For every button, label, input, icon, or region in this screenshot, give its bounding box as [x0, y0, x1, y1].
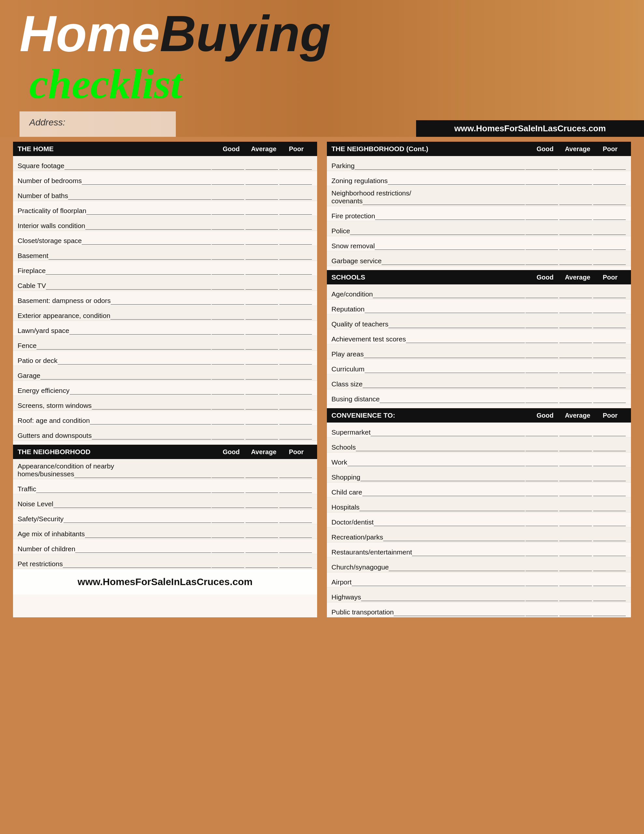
poor-blank [593, 228, 626, 235]
item-label: Number of children [18, 545, 75, 553]
rating-cols [211, 516, 313, 523]
good-blank [526, 520, 558, 526]
page: HomeBuying checklist Address: www.HomesF… [0, 0, 644, 630]
avg-blank [559, 228, 592, 235]
underline [75, 546, 211, 553]
underline [375, 213, 525, 220]
list-item: Police [327, 221, 631, 236]
item-label: Quality of teachers [331, 320, 388, 328]
avg-blank [245, 358, 278, 365]
list-item: Play areas [327, 344, 631, 359]
rating-cols [525, 580, 626, 586]
list-item: Parking [327, 156, 631, 171]
poor-blank [279, 208, 312, 215]
list-item: Airport [327, 572, 631, 587]
good-blank [526, 178, 558, 185]
rating-cols [211, 388, 313, 394]
poor-blank [279, 516, 312, 523]
item-label: Curriculum [331, 365, 365, 373]
poor-blank [593, 381, 626, 388]
address-label: Address: [29, 117, 65, 128]
poor-blank [279, 223, 312, 230]
good-blank [526, 430, 558, 436]
nc-col-average: Average [561, 145, 594, 153]
item-label: Pet restrictions [18, 560, 63, 568]
underline [86, 208, 211, 215]
header-content: HomeBuying checklist Address: [0, 0, 644, 137]
address-box: Address: [19, 112, 176, 137]
underline [361, 595, 525, 601]
rating-cols [211, 373, 313, 380]
list-item: Church/synagogue [327, 558, 631, 572]
avg-blank [245, 471, 278, 478]
avg-blank [245, 373, 278, 380]
item-label: Airport [331, 578, 352, 586]
underline [364, 352, 525, 358]
list-item: Fence [13, 336, 317, 351]
poor-blank [279, 561, 312, 568]
avg-blank [245, 283, 278, 289]
rating-cols [525, 475, 626, 481]
good-blank [211, 531, 244, 538]
list-item: Pet restrictions [13, 554, 317, 569]
list-item: Highways [327, 587, 631, 602]
item-label: Shopping [331, 474, 360, 481]
list-item: Hospitals [327, 498, 631, 512]
poor-blank [279, 238, 312, 245]
schools-title: SCHOOLS [331, 273, 365, 281]
list-item: Closet/storage space [13, 231, 317, 246]
schools-col-good: Good [529, 274, 561, 281]
good-blank [526, 595, 558, 601]
rating-cols [525, 178, 626, 185]
rating-cols [211, 486, 313, 493]
good-blank [211, 313, 244, 320]
convenience-title: CONVENIENCE TO: [331, 411, 395, 419]
rating-cols [211, 433, 313, 440]
list-item: Roof: age and condition [13, 411, 317, 426]
avg-blank [559, 352, 592, 358]
item-label: Gutters and downspouts [18, 432, 92, 440]
good-blank [211, 358, 244, 365]
underline [373, 292, 525, 298]
neighborhood-col-good: Good [215, 448, 247, 456]
good-blank [211, 328, 244, 335]
good-blank [211, 433, 244, 440]
underline [382, 259, 525, 265]
poor-blank [593, 243, 626, 250]
good-blank [526, 381, 558, 388]
item-label: Closet/storage space [18, 237, 82, 245]
poor-blank [593, 550, 626, 556]
good-blank [211, 163, 244, 170]
avg-blank [559, 504, 592, 511]
underline [69, 328, 211, 335]
good-blank [211, 268, 244, 275]
item-label: Play areas [331, 350, 364, 358]
poor-blank [279, 433, 312, 440]
good-blank [211, 516, 244, 523]
item-label: Appearance/condition of nearby [18, 462, 114, 470]
list-item: Lawn/yard space [13, 321, 317, 336]
good-blank [211, 501, 244, 508]
avg-blank [559, 460, 592, 466]
item-label: Snow removal [331, 242, 375, 250]
poor-blank [279, 403, 312, 409]
rating-cols [525, 352, 626, 358]
nc-col-good: Good [529, 145, 561, 153]
avg-blank [245, 531, 278, 538]
avg-blank [245, 298, 278, 305]
rating-cols [525, 504, 626, 511]
left-footer-url: www.HomesForSaleInLasCruces.com [13, 569, 317, 595]
underline [362, 490, 525, 496]
home-col-poor: Poor [280, 145, 313, 153]
list-item: Screens, storm windows [13, 396, 317, 411]
poor-blank [593, 595, 626, 601]
list-item: Interior walls condition [13, 216, 317, 231]
underline [375, 243, 525, 250]
rating-cols [211, 253, 313, 260]
underline [65, 163, 211, 170]
list-item: Energy efficiency [13, 381, 317, 396]
item-label: Age mix of inhabitants [18, 530, 85, 538]
list-item: Fireplace [13, 261, 317, 276]
title-checklist: checklist [29, 60, 182, 107]
underline [92, 433, 211, 440]
